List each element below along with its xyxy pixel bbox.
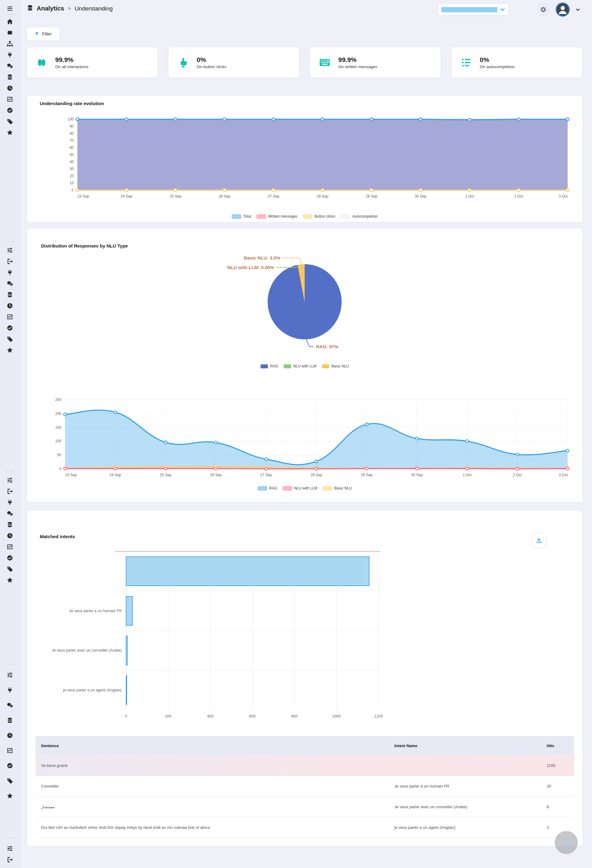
settings-button[interactable] xyxy=(536,3,550,16)
sidebar-item-chart-line[interactable] xyxy=(6,313,13,320)
column-header-intent: Intent Name xyxy=(389,744,541,748)
sidebar-item-menu[interactable] xyxy=(6,5,13,12)
user-avatar[interactable] xyxy=(556,3,570,17)
clock-icon xyxy=(6,532,13,539)
legend-item[interactable]: NLU with LLM xyxy=(283,486,317,490)
column-header-hits: Hits xyxy=(541,744,574,748)
sidebar-item-clock[interactable] xyxy=(6,732,13,739)
understanding-rate-chart: 010203040506070809010023 Sep24 Sep25 Sep… xyxy=(31,112,577,204)
sidebar-item-sign-out[interactable] xyxy=(6,488,13,495)
sidebar-item-star[interactable] xyxy=(6,577,13,583)
sidebar-item-database[interactable] xyxy=(6,521,13,528)
sidebar-item-tag[interactable] xyxy=(6,565,13,573)
sidebar-divider xyxy=(5,14,15,15)
sidebar-item-star[interactable] xyxy=(6,347,13,354)
sidebar-item-comments[interactable] xyxy=(6,510,13,517)
sidebar-item-sliders[interactable] xyxy=(6,672,13,678)
svg-text:25 Sep: 25 Sep xyxy=(160,473,171,477)
sidebar-item-tag[interactable] xyxy=(6,118,13,125)
sidebar-item-sliders[interactable] xyxy=(6,477,13,484)
svg-text:24 Sep: 24 Sep xyxy=(109,473,121,477)
header-controls xyxy=(438,3,580,17)
database-icon xyxy=(6,521,13,528)
sidebar-item-chart-line[interactable] xyxy=(6,543,13,550)
tag-icon xyxy=(6,118,13,125)
comments-icon xyxy=(6,702,13,709)
legend-label: Total xyxy=(243,214,251,218)
svg-text:2 Oct: 2 Oct xyxy=(513,473,522,477)
legend-item[interactable]: NLU with LLM xyxy=(283,364,316,368)
sidebar-item-plug[interactable] xyxy=(6,499,13,506)
sidebar-item-star[interactable] xyxy=(6,129,13,136)
svg-text:10: 10 xyxy=(70,181,74,185)
svg-text:50: 50 xyxy=(70,153,74,157)
sidebar-item-check-circle[interactable] xyxy=(6,555,13,561)
sliders-icon xyxy=(6,477,13,484)
stat-value: 0% xyxy=(480,56,515,63)
chart-title: Understanding rate evolution xyxy=(40,101,104,106)
sidebar-item-brain[interactable] xyxy=(6,29,13,36)
chevron-down-icon[interactable] xyxy=(575,7,580,12)
analytics-logo-icon xyxy=(27,4,34,12)
svg-text:26 Sep: 26 Sep xyxy=(218,194,230,198)
legend-item[interactable]: Total xyxy=(232,214,251,218)
sidebar-item-check-circle[interactable] xyxy=(6,762,13,769)
sidebar-item-sitemap[interactable] xyxy=(6,40,13,47)
home-icon xyxy=(6,18,13,25)
cell-sentence: مستشار xyxy=(35,805,389,809)
sidebar-item-chart-line[interactable] xyxy=(6,96,13,103)
sidebar-item-tag[interactable] xyxy=(6,336,13,342)
legend-item[interactable]: Button clicks xyxy=(303,214,335,218)
sidebar-item-star[interactable] xyxy=(6,793,13,799)
sidebar-item-plug[interactable] xyxy=(6,269,13,276)
svg-text:600: 600 xyxy=(249,714,255,719)
sidebar-item-sliders[interactable] xyxy=(6,247,13,254)
sidebar-item-tag[interactable] xyxy=(6,777,13,784)
sidebar-item-plug[interactable] xyxy=(6,687,13,694)
stat-card-4: 0% On autocompletion xyxy=(451,47,582,78)
svg-text:100: 100 xyxy=(68,117,74,121)
legend-item[interactable]: RAG xyxy=(258,486,277,490)
sidebar-item-chart-line[interactable] xyxy=(6,747,13,754)
bot-selector-dropdown[interactable] xyxy=(438,3,509,16)
star-icon xyxy=(6,347,13,354)
pie-legend: RAGNLU with LLMBasic NLU xyxy=(27,364,583,368)
column-header-sentence: Sentence xyxy=(35,744,389,748)
svg-text:150: 150 xyxy=(55,425,61,430)
sidebar-item-check-circle[interactable] xyxy=(6,107,13,114)
sidebar-item-sign-out[interactable] xyxy=(6,258,13,265)
sidebar-item-sign-out[interactable] xyxy=(6,856,13,863)
sidebar-item-database[interactable] xyxy=(6,74,13,80)
sidebar-item-database[interactable] xyxy=(6,717,13,724)
legend-swatch xyxy=(283,486,292,490)
sidebar-item-database[interactable] xyxy=(6,291,13,298)
legend-item[interactable]: Autocompletion xyxy=(341,214,378,218)
sidebar-item-clock[interactable] xyxy=(6,85,13,92)
sidebar-item-plug[interactable] xyxy=(6,52,13,58)
sidebar-item-comments[interactable] xyxy=(6,280,13,287)
legend-swatch xyxy=(322,364,329,368)
sidebar-item-clock[interactable] xyxy=(6,303,13,309)
legend-item[interactable]: Written messages xyxy=(257,214,298,218)
sidebar-item-check-circle[interactable] xyxy=(6,325,13,331)
sidebar xyxy=(0,0,20,868)
legend-item[interactable]: RAG xyxy=(261,364,278,368)
sidebar-item-comments[interactable] xyxy=(6,702,13,709)
download-button[interactable] xyxy=(532,533,546,548)
sidebar-item-sliders[interactable] xyxy=(6,845,13,852)
gear-icon xyxy=(539,6,547,13)
bot-selector-value xyxy=(441,7,498,12)
stat-card-2: 0% On button clicks xyxy=(168,47,300,78)
scroll-to-top-button[interactable] xyxy=(555,831,578,854)
svg-text:23 Sep: 23 Sep xyxy=(65,473,77,477)
legend-item[interactable]: Basic NLU xyxy=(323,486,352,490)
clock-icon xyxy=(6,303,13,309)
plug-icon xyxy=(6,687,13,694)
filter-button[interactable]: Filter xyxy=(27,27,60,41)
sidebar-item-comments[interactable] xyxy=(6,63,13,69)
sidebar-item-home[interactable] xyxy=(6,18,13,25)
legend-swatch xyxy=(303,214,312,218)
sidebar-item-clock[interactable] xyxy=(6,532,13,539)
legend-label: RAG xyxy=(270,364,278,368)
legend-item[interactable]: Basic NLU xyxy=(322,364,349,368)
